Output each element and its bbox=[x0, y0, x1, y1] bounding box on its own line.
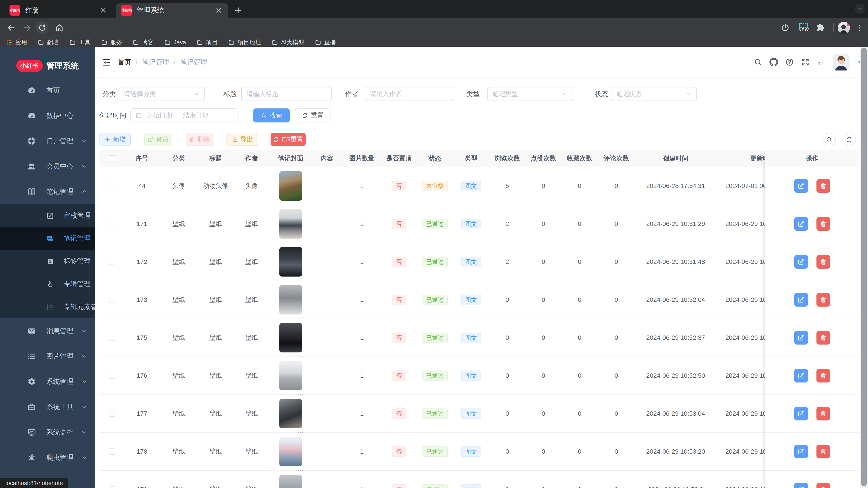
row-edit-button[interactable] bbox=[794, 407, 808, 420]
app-logo[interactable]: 小红书 管理系统 bbox=[0, 55, 95, 76]
sidebar-item[interactable]: 首页 bbox=[0, 78, 95, 103]
bookmark-item[interactable]: 博客 bbox=[132, 38, 154, 46]
row-edit-button[interactable] bbox=[794, 255, 808, 269]
row-edit-button[interactable] bbox=[794, 179, 808, 193]
note-cover-keyboard-desk-photo[interactable]: ... bbox=[279, 285, 302, 315]
row-edit-button[interactable] bbox=[794, 369, 808, 383]
sidebar-item[interactable]: 消息管理 bbox=[0, 318, 95, 344]
note-cover-laptop-photo[interactable]: ... bbox=[279, 361, 302, 390]
bookmark-item[interactable]: AI大模型 bbox=[272, 38, 304, 46]
row-edit-button[interactable] bbox=[794, 445, 808, 458]
table-row[interactable]: 173 壁纸 壁纸 壁纸 ... 1 否 已通过 图文 0 0 0 0 2024… bbox=[99, 281, 859, 319]
tab-close-icon[interactable] bbox=[99, 6, 107, 14]
bookmark-item[interactable]: 项目 bbox=[196, 38, 218, 46]
row-checkbox[interactable] bbox=[109, 183, 115, 189]
row-delete-button[interactable] bbox=[816, 293, 830, 306]
bookmark-item[interactable]: 翻墙 bbox=[37, 38, 59, 46]
table-row[interactable]: 179 壁纸 壁纸 壁纸 ... 1 否 已通过 图文 0 0 0 0 2024… bbox=[99, 471, 859, 488]
delete-button[interactable]: 删除 bbox=[186, 133, 213, 146]
row-checkbox[interactable] bbox=[109, 335, 115, 341]
bookmark-item[interactable]: 工具 bbox=[69, 38, 90, 46]
sidebar-subitem[interactable]: 标签管理 bbox=[0, 250, 95, 273]
es-reset-button[interactable]: ES重置 bbox=[271, 133, 306, 146]
table-row[interactable]: 176 壁纸 壁纸 壁纸 ... 1 否 已通过 图文 0 0 0 0 2024… bbox=[99, 357, 859, 395]
sidebar-item[interactable]: 系统管理 bbox=[0, 369, 95, 394]
row-delete-button[interactable] bbox=[816, 483, 830, 488]
browser-tab-active[interactable]: 小红书 管理系统 bbox=[116, 3, 228, 18]
export-button[interactable]: 导出 bbox=[226, 133, 258, 146]
row-delete-button[interactable] bbox=[816, 255, 830, 269]
refresh-table-button[interactable] bbox=[842, 133, 856, 147]
sidebar-fold-icon[interactable] bbox=[102, 58, 111, 67]
sidebar-item[interactable]: 门户管理 bbox=[0, 128, 95, 154]
table-row[interactable]: 175 壁纸 壁纸 壁纸 ... 1 否 已通过 图文 0 0 0 0 2024… bbox=[99, 319, 859, 357]
scrollbar-thumb[interactable] bbox=[861, 48, 867, 486]
row-checkbox[interactable] bbox=[109, 297, 115, 303]
row-checkbox[interactable] bbox=[109, 449, 115, 455]
note-cover-room-interior-photo[interactable]: ... bbox=[279, 399, 302, 428]
row-delete-button[interactable] bbox=[816, 331, 830, 345]
bookmark-item[interactable]: 应用 bbox=[6, 38, 27, 46]
power-extension-icon[interactable] bbox=[780, 23, 790, 33]
sidebar-subitem[interactable]: 审核管理 bbox=[0, 204, 95, 227]
header-search-icon[interactable] bbox=[754, 58, 762, 66]
sidebar-item[interactable]: 爬虫管理 bbox=[0, 445, 95, 470]
note-cover-dark-desk-photo[interactable]: ... bbox=[279, 247, 302, 276]
home-button[interactable] bbox=[54, 23, 64, 33]
tab-search-chevron-icon[interactable] bbox=[855, 4, 865, 13]
select-all-checkbox[interactable] bbox=[109, 155, 115, 162]
title-input[interactable]: 请输入标题 bbox=[241, 87, 332, 101]
author-input[interactable]: 请输入作者 bbox=[365, 87, 454, 101]
category-select[interactable]: 请选择分类 bbox=[119, 87, 205, 101]
table-row[interactable]: 178 壁纸 壁纸 壁纸 ... 1 否 已通过 图文 0 0 0 0 2024… bbox=[99, 433, 859, 471]
row-edit-button[interactable] bbox=[794, 217, 808, 231]
table-row[interactable]: 177 壁纸 壁纸 壁纸 ... 1 否 已通过 图文 0 0 0 0 2024… bbox=[99, 395, 859, 433]
tab-close-icon[interactable] bbox=[215, 6, 223, 14]
row-edit-button[interactable] bbox=[794, 331, 808, 345]
back-button[interactable] bbox=[6, 23, 16, 33]
user-avatar[interactable] bbox=[833, 54, 849, 70]
row-delete-button[interactable] bbox=[816, 179, 830, 193]
bookmark-item[interactable]: 直播 bbox=[315, 38, 336, 46]
bookmark-item[interactable]: 服务 bbox=[101, 38, 122, 46]
help-icon[interactable] bbox=[785, 58, 794, 66]
status-select[interactable]: 笔记状态 bbox=[611, 87, 697, 101]
modify-button[interactable]: 修改 bbox=[144, 133, 172, 146]
reload-button[interactable] bbox=[36, 22, 49, 34]
row-delete-button[interactable] bbox=[816, 369, 830, 383]
sidebar-item[interactable]: 笔记管理 bbox=[0, 179, 95, 204]
fullscreen-icon[interactable] bbox=[801, 58, 810, 66]
table-row[interactable]: 172 壁纸 壁纸 壁纸 ... 1 否 已通过 图文 2 0 0 0 2024… bbox=[99, 243, 859, 281]
extensions-puzzle-icon[interactable] bbox=[815, 23, 825, 33]
date-range-picker[interactable]: 开始日期 - 结束日期 bbox=[130, 108, 239, 123]
breadcrumb-note-mgmt[interactable]: 笔记管理 bbox=[142, 58, 169, 67]
bookmark-item[interactable]: Java bbox=[164, 39, 186, 46]
row-checkbox[interactable] bbox=[109, 486, 115, 488]
sidebar-subitem[interactable]: 专辑管理 bbox=[0, 273, 95, 295]
browser-menu-kebab-icon[interactable] bbox=[855, 23, 864, 32]
note-cover-city-photo[interactable]: ... bbox=[279, 475, 302, 488]
sidebar-item[interactable]: 会员中心 bbox=[0, 154, 95, 179]
note-cover-desk-setup-photo[interactable]: ... bbox=[279, 209, 302, 238]
search-button[interactable]: 搜索 bbox=[253, 108, 290, 123]
bookmark-item[interactable]: 项目地址 bbox=[228, 38, 261, 46]
sidebar-item[interactable]: 系统工具 bbox=[0, 394, 95, 420]
row-delete-button[interactable] bbox=[816, 445, 830, 458]
row-checkbox[interactable] bbox=[109, 411, 115, 417]
note-cover-cat-photo[interactable]: ... bbox=[279, 171, 302, 201]
row-edit-button[interactable] bbox=[794, 483, 808, 488]
type-select[interactable]: 笔记类型 bbox=[487, 87, 573, 101]
row-checkbox[interactable] bbox=[109, 259, 115, 265]
reset-button[interactable]: 重置 bbox=[295, 108, 331, 123]
page-scrollbar[interactable] bbox=[860, 47, 868, 488]
table-row[interactable]: 171 壁纸 壁纸 壁纸 ... 1 否 已通过 图文 2 0 0 0 2024… bbox=[99, 205, 859, 243]
sidebar-item[interactable]: 图片管理 bbox=[0, 344, 95, 369]
forward-button[interactable] bbox=[22, 23, 32, 33]
github-icon[interactable] bbox=[770, 58, 778, 66]
add-button[interactable]: 新增 bbox=[99, 133, 131, 146]
browser-profile-avatar[interactable] bbox=[838, 22, 850, 34]
sidebar-item[interactable]: 系统监控 bbox=[0, 420, 95, 445]
sidebar-item[interactable]: 数据中心 bbox=[0, 103, 95, 128]
row-delete-button[interactable] bbox=[816, 407, 830, 420]
note-cover-mountain-poster-photo[interactable]: ... bbox=[279, 437, 302, 466]
